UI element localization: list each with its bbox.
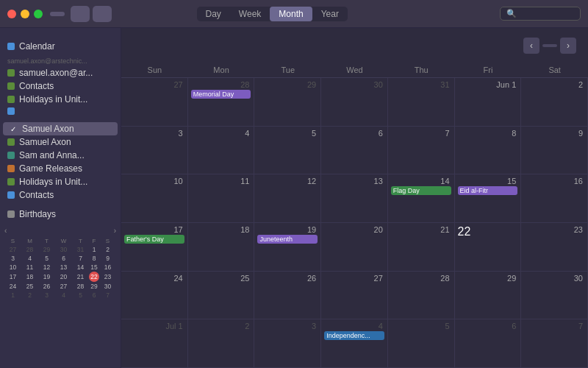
cal-cell-9[interactable]: 5 <box>254 127 321 175</box>
cal-cell-20[interactable]: 16 <box>521 174 588 223</box>
cal-cell-15[interactable]: 11 <box>188 174 255 223</box>
cal-cell-24[interactable]: 20 <box>321 223 388 272</box>
day-number-35: Jul 1 <box>124 322 184 330</box>
day-number-1: 28 <box>191 80 251 89</box>
sidebar-item-ces2018[interactable] <box>0 106 121 116</box>
event-chip-38-0[interactable]: Independenc... <box>324 331 384 340</box>
sidebar-item-holidays-unit2-label: Holidays in Unit... <box>19 177 87 187</box>
cal-cell-27[interactable]: 23 <box>521 223 588 272</box>
day-headers: Sun Mon Tue Wed Thu Fri Sat <box>121 63 588 78</box>
day-number-4: 31 <box>391 80 451 89</box>
cal-cell-31[interactable]: 27 <box>321 272 388 320</box>
cal-cell-38[interactable]: 4Independenc... <box>321 319 388 368</box>
day-number-14: 10 <box>124 177 184 185</box>
cal-cell-41[interactable]: 7 <box>521 319 588 368</box>
cal-cell-32[interactable]: 28 <box>388 272 455 320</box>
sidebar-item-samuel-axon-google-label: Samuel Axon <box>22 124 74 134</box>
close-button[interactable] <box>7 10 16 18</box>
cal-cell-6[interactable]: 2 <box>521 78 588 127</box>
event-chip-21-0[interactable]: Father's Day <box>124 235 184 244</box>
sidebar-item-sam-anna[interactable]: Sam and Anna... <box>0 149 121 162</box>
search-box[interactable]: 🔍 <box>500 7 581 21</box>
cal-cell-3[interactable]: 30 <box>321 78 388 127</box>
mini-cal-prev[interactable]: ‹ <box>4 227 7 235</box>
event-chip-23-0[interactable]: Juneteenth <box>257 235 318 244</box>
calendars-button[interactable] <box>50 12 65 16</box>
day-header-sat: Sat <box>521 63 588 77</box>
cal-cell-37[interactable]: 3 <box>254 319 321 368</box>
main-layout: Calendar samuel.axon@arstechnic... samue… <box>0 28 588 368</box>
icloud-section-label <box>0 34 121 40</box>
cal-cell-13[interactable]: 9 <box>521 127 588 175</box>
sidebar-item-calendar[interactable]: Calendar <box>0 40 121 53</box>
cal-cell-22[interactable]: 18 <box>188 223 255 272</box>
day-number-32: 28 <box>391 274 451 283</box>
sidebar-item-holidays-unit[interactable]: Holidays in Unit... <box>0 93 121 106</box>
calendar-color-dot <box>7 43 15 50</box>
sidebar-item-samuel-axon2-label: Samuel Axon <box>19 137 71 147</box>
mini-cal-table: SMTWTFS 272829303112 3456789 10111213141… <box>4 237 116 300</box>
cal-cell-30[interactable]: 26 <box>254 272 321 320</box>
next-month-button[interactable]: › <box>560 38 576 54</box>
mini-cal-next[interactable]: › <box>114 227 116 235</box>
cal-cell-5[interactable]: Jun 1 <box>455 78 522 127</box>
view-day-button[interactable]: Day <box>197 7 230 21</box>
cal-cell-7[interactable]: 3 <box>121 127 188 175</box>
cal-cell-4[interactable]: 31 <box>388 78 455 127</box>
cal-cell-17[interactable]: 13 <box>321 174 388 223</box>
sidebar-item-birthdays[interactable]: Birthdays <box>0 208 121 221</box>
sidebar-item-contacts[interactable]: Contacts <box>0 79 121 93</box>
cal-cell-34[interactable]: 30 <box>521 272 588 320</box>
day-number-34: 30 <box>524 274 584 283</box>
sidebar-item-samuel-axon2[interactable]: Samuel Axon <box>0 135 121 149</box>
download-button[interactable] <box>93 6 112 22</box>
cal-cell-36[interactable]: 2 <box>188 319 255 368</box>
day-number-29: 25 <box>191 274 251 283</box>
sidebar-item-holidays-unit-label: Holidays in Unit... <box>19 94 87 105</box>
dot-contacts <box>7 82 15 90</box>
day-number-18: 14 <box>391 177 451 185</box>
sidebar-item-contacts2[interactable]: Contacts <box>0 188 121 202</box>
event-chip-1-0[interactable]: Memorial Day <box>191 90 251 99</box>
cal-cell-10[interactable]: 6 <box>321 127 388 175</box>
fullscreen-button[interactable] <box>34 10 43 18</box>
cal-cell-12[interactable]: 8 <box>455 127 522 175</box>
cal-cell-2[interactable]: 29 <box>254 78 321 127</box>
day-number-8: 4 <box>191 129 251 138</box>
day-number-25: 21 <box>391 225 451 234</box>
minimize-button[interactable] <box>21 10 29 18</box>
view-year-button[interactable]: Year <box>312 7 348 21</box>
cal-cell-8[interactable]: 4 <box>188 127 255 175</box>
cal-cell-40[interactable]: 6 <box>455 319 522 368</box>
cal-cell-14[interactable]: 10 <box>121 174 188 223</box>
prev-month-button[interactable]: ‹ <box>523 38 539 54</box>
sidebar-item-game-releases[interactable]: Game Releases <box>0 162 121 175</box>
event-chip-18-0[interactable]: Flag Day <box>391 186 451 195</box>
sidebar-item-holidays-unit2[interactable]: Holidays in Unit... <box>0 175 121 188</box>
sidebar-item-samuel-email[interactable]: samuel.axon@ar... <box>0 66 121 79</box>
day-header-mon: Mon <box>188 63 255 77</box>
add-event-button[interactable] <box>71 6 90 22</box>
view-month-button[interactable]: Month <box>270 7 312 21</box>
cal-cell-28[interactable]: 24 <box>121 272 188 320</box>
sidebar-item-calendar-label: Calendar <box>19 41 55 52</box>
cal-cell-21[interactable]: 17Father's Day <box>121 223 188 272</box>
cal-cell-26[interactable]: 22 <box>455 223 522 272</box>
cal-cell-25[interactable]: 21 <box>388 223 455 272</box>
sidebar-item-samuel-axon-google[interactable]: ✓ Samuel Axon <box>3 122 118 135</box>
cal-cell-1[interactable]: 28Memorial Day <box>188 78 255 127</box>
cal-cell-0[interactable]: 27 <box>121 78 188 127</box>
traffic-lights <box>7 10 43 18</box>
cal-cell-33[interactable]: 29 <box>455 272 522 320</box>
cal-cell-18[interactable]: 14Flag Day <box>388 174 455 223</box>
today-button[interactable] <box>542 44 557 47</box>
cal-cell-35[interactable]: Jul 1 <box>121 319 188 368</box>
event-chip-19-0[interactable]: Eid al-Fitr <box>458 186 518 195</box>
cal-cell-39[interactable]: 5 <box>388 319 455 368</box>
cal-cell-16[interactable]: 12 <box>254 174 321 223</box>
cal-cell-19[interactable]: 15Eid al-Fitr <box>455 174 522 223</box>
view-week-button[interactable]: Week <box>230 7 270 21</box>
cal-cell-23[interactable]: 19Juneteenth <box>254 223 321 272</box>
cal-cell-11[interactable]: 7 <box>388 127 455 175</box>
cal-cell-29[interactable]: 25 <box>188 272 255 320</box>
